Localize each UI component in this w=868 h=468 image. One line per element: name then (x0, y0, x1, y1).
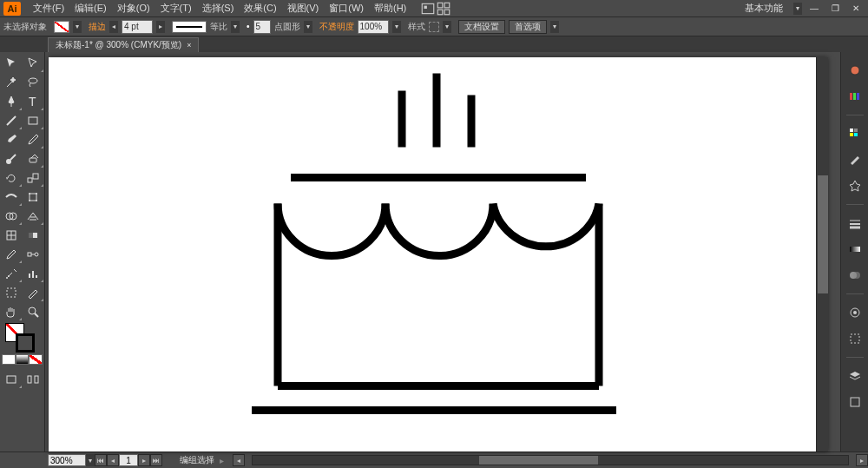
swatches-panel-icon[interactable] (845, 124, 865, 143)
eyedropper-tool[interactable] (0, 245, 23, 264)
rectangle-tool[interactable] (23, 111, 45, 130)
menu-type[interactable]: 文字(T) (155, 2, 197, 15)
opacity-input[interactable] (358, 20, 389, 34)
zoom-tool[interactable] (23, 302, 45, 321)
shape-builder-tool[interactable] (0, 207, 23, 226)
stroke-label[interactable]: 描边 (89, 21, 106, 33)
last-artboard-button[interactable]: ⏭ (150, 454, 162, 466)
magic-wand-tool[interactable] (0, 73, 23, 92)
stroke-step-down-icon[interactable]: ◂ (109, 21, 118, 33)
color-mode-gradient[interactable] (16, 354, 30, 365)
line-segment-tool[interactable] (0, 111, 23, 130)
rotate-tool[interactable] (0, 168, 23, 188)
toolbox-options-button[interactable] (23, 370, 45, 389)
maximize-button[interactable]: ❐ (826, 3, 844, 15)
workspace-switcher[interactable]: 基本功能 (745, 2, 783, 15)
pencil-tool[interactable] (23, 130, 45, 149)
pen-tool[interactable] (0, 92, 23, 111)
color-mode-normal[interactable] (2, 354, 16, 365)
color-mode-none[interactable] (29, 354, 43, 365)
gradient-panel-icon[interactable] (845, 240, 865, 259)
stroke-weight-input[interactable] (122, 20, 153, 34)
first-artboard-button[interactable]: ⏮ (95, 454, 107, 466)
width-tool[interactable] (0, 188, 23, 207)
fill-dropdown-icon[interactable]: ▾ (73, 21, 82, 33)
screen-mode-button[interactable] (0, 370, 23, 389)
svg-point-35 (29, 307, 36, 314)
menu-window[interactable]: 窗口(W) (324, 2, 369, 15)
symbols-panel-icon[interactable] (845, 176, 865, 195)
stroke-step-up-icon[interactable]: ▸ (156, 21, 165, 33)
style-dropdown-icon[interactable]: ▾ (443, 21, 451, 33)
mesh-tool[interactable] (0, 226, 23, 245)
scale-tool[interactable] (23, 168, 45, 188)
symbol-sprayer-tool[interactable] (0, 264, 23, 283)
hand-tool[interactable] (0, 302, 23, 321)
svg-line-8 (7, 116, 16, 125)
hscroll-left-button[interactable]: ◂ (233, 454, 245, 466)
fill-stroke-control[interactable] (0, 321, 44, 353)
artboard-canvas[interactable] (49, 57, 828, 452)
menu-object[interactable]: 对象(O) (112, 2, 155, 15)
menu-effect[interactable]: 效果(C) (239, 2, 281, 15)
close-button[interactable]: ✕ (847, 3, 865, 15)
perspective-grid-tool[interactable] (23, 207, 45, 226)
column-graph-tool[interactable] (23, 264, 45, 283)
slice-tool[interactable] (23, 283, 45, 302)
direct-selection-tool[interactable] (23, 54, 45, 73)
blend-tool[interactable] (23, 245, 45, 264)
prefs-dropdown-icon[interactable]: ▾ (550, 21, 559, 33)
stroke-profile-preview[interactable] (172, 21, 207, 33)
color-guide-panel-icon[interactable] (845, 87, 865, 106)
artboard-number-input[interactable] (119, 454, 138, 466)
brushes-panel-icon[interactable] (845, 150, 865, 169)
profile-dropdown-icon[interactable]: ▾ (231, 21, 240, 33)
menu-file[interactable]: 文件(F) (28, 2, 69, 15)
profile-label: 等比 (210, 21, 227, 33)
transparency-panel-icon[interactable] (845, 266, 865, 285)
next-artboard-button[interactable]: ▸ (138, 454, 150, 466)
graphic-styles-panel-icon[interactable] (845, 329, 865, 348)
menu-help[interactable]: 帮助(H) (369, 2, 411, 15)
brush-size-input[interactable] (253, 20, 271, 34)
opacity-label[interactable]: 不透明度 (319, 21, 354, 33)
artboards-panel-icon[interactable] (845, 392, 865, 412)
bridge-icon[interactable] (420, 2, 436, 16)
eraser-tool[interactable] (23, 149, 45, 168)
workspace-dropdown-icon[interactable]: ▾ (793, 3, 802, 15)
brush-dropdown-icon[interactable]: ▾ (304, 21, 312, 33)
close-tab-icon[interactable]: × (187, 41, 191, 49)
arrange-documents-icon[interactable] (436, 2, 451, 16)
hscroll-right-button[interactable]: ▸ (856, 454, 868, 466)
preferences-button[interactable]: 首选项 (509, 20, 547, 34)
paintbrush-tool[interactable] (0, 130, 23, 149)
minimize-button[interactable]: — (806, 3, 823, 15)
zoom-level-input[interactable] (48, 454, 86, 466)
menu-edit[interactable]: 编辑(E) (69, 2, 112, 15)
status-mode-label: 编组选择 (180, 454, 214, 466)
type-tool[interactable]: T (23, 92, 45, 111)
artboard-tool[interactable] (0, 283, 23, 302)
zoom-dropdown-icon[interactable]: ▾ (86, 454, 95, 466)
menu-select[interactable]: 选择(S) (197, 2, 240, 15)
color-panel-icon[interactable] (845, 61, 865, 80)
appearance-panel-icon[interactable] (845, 303, 865, 322)
free-transform-tool[interactable] (23, 188, 45, 207)
stroke-swatch[interactable] (16, 333, 35, 353)
blob-brush-tool[interactable] (0, 149, 23, 168)
horizontal-scrollbar[interactable] (252, 455, 849, 465)
menu-view[interactable]: 视图(V) (282, 2, 325, 15)
graphic-style-thumb[interactable] (429, 22, 439, 32)
opacity-dropdown-icon[interactable]: ▾ (392, 21, 401, 33)
prev-artboard-button[interactable]: ◂ (107, 454, 119, 466)
fill-control[interactable] (54, 21, 69, 33)
status-chevron-icon[interactable]: ▸ (220, 456, 224, 465)
stroke-panel-icon[interactable] (845, 214, 865, 233)
layers-panel-icon[interactable] (845, 366, 865, 386)
vertical-scrollbar[interactable] (816, 57, 828, 452)
lasso-tool[interactable] (23, 73, 45, 92)
document-tab[interactable]: 未标题-1* @ 300% (CMYK/预览) × (48, 37, 199, 52)
selection-tool[interactable] (0, 54, 23, 73)
document-setup-button[interactable]: 文档设置 (458, 20, 505, 34)
gradient-tool[interactable] (23, 226, 45, 245)
